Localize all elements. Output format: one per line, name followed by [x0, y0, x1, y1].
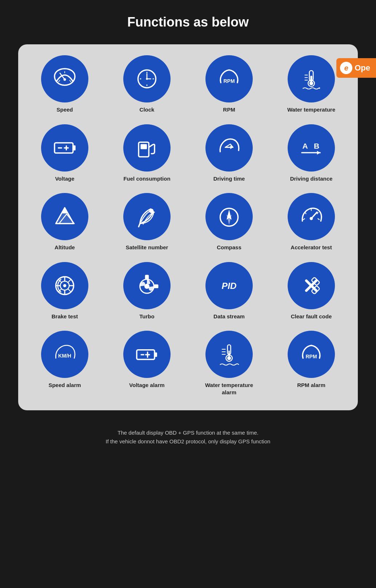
label-speed: Speed	[56, 106, 73, 113]
item-water-temp-alarm: Water temperature alarm	[198, 331, 260, 396]
svg-point-55	[144, 283, 149, 289]
footer-line2: If the vehicle donnot have OBD2 protocol…	[106, 438, 271, 444]
svg-rect-65	[155, 353, 157, 357]
label-altitude: Altitude	[55, 244, 75, 251]
label-turbo: Turbo	[139, 313, 154, 320]
svg-line-50	[318, 218, 320, 220]
item-driving-dist: A B Driving distance	[280, 124, 342, 182]
svg-marker-34	[317, 150, 320, 154]
rpm2-icon: RPM	[299, 342, 324, 367]
wrench-icon	[299, 273, 324, 298]
clock-icon	[134, 66, 160, 92]
label-rpm-alarm: RPM alarm	[297, 382, 325, 389]
svg-text:KM/H: KM/H	[58, 353, 71, 359]
circle-water-temp	[288, 55, 335, 102]
svg-text:B: B	[314, 141, 319, 150]
svg-rect-57	[145, 275, 149, 279]
label-satellite: Satellite number	[126, 244, 168, 251]
circle-driving-dist: A B	[288, 124, 335, 172]
item-voltage-alarm: Voltage alarm	[116, 331, 178, 396]
item-water-temp: Water temperature	[280, 55, 342, 113]
circle-altitude	[41, 193, 88, 240]
label-accel: Accelerator test	[291, 244, 332, 251]
svg-point-45	[310, 217, 313, 220]
circle-brake	[41, 262, 88, 309]
turbo-icon	[134, 273, 160, 298]
circle-voltage-alarm	[123, 331, 171, 378]
item-accel: Accelerator test	[280, 193, 342, 251]
item-turbo: Turbo	[116, 262, 178, 320]
label-driving-dist: Driving distance	[290, 175, 333, 182]
circle-water-temp-alarm	[205, 331, 253, 378]
circle-rpm: RPM	[205, 55, 253, 102]
footer-line1: The default display OBD + GPS function a…	[117, 430, 258, 436]
item-compass: Compass	[198, 193, 260, 251]
circle-fault	[288, 262, 335, 309]
circle-pid: PID	[205, 262, 253, 309]
speedometer-icon	[52, 66, 77, 92]
svg-rect-27	[141, 144, 147, 149]
driving-time-icon	[216, 135, 242, 161]
label-voltage: Voltage	[55, 175, 74, 182]
item-clock: Clock	[116, 55, 178, 113]
water-temp-icon	[299, 66, 324, 92]
item-rpm: RPM RPM	[198, 55, 260, 113]
item-rpm-alarm: RPM RPM alarm	[280, 331, 342, 396]
badge: e Ope	[336, 58, 376, 78]
circle-rpm-alarm: RPM	[288, 331, 335, 378]
circle-compass	[205, 193, 253, 240]
kmh-icon: KM/H	[52, 342, 77, 367]
svg-point-72	[227, 356, 231, 360]
label-driving-time: Driving time	[213, 175, 245, 182]
circle-voltage	[41, 124, 88, 172]
item-driving-time: Driving time	[198, 124, 260, 182]
svg-text:RPM: RPM	[305, 354, 317, 359]
footer: The default display OBD + GPS function a…	[0, 418, 376, 457]
svg-line-40	[139, 223, 140, 227]
item-speed: Speed	[34, 55, 96, 113]
circle-turbo	[123, 262, 171, 309]
svg-point-17	[309, 81, 313, 85]
item-voltage: Voltage	[34, 124, 96, 182]
rpm-icon: RPM	[216, 66, 242, 92]
item-satellite: Satellite number	[116, 193, 178, 251]
label-water-temp-alarm: Water temperature alarm	[198, 382, 260, 396]
altitude-icon	[52, 204, 77, 229]
svg-text:RPM: RPM	[223, 78, 235, 84]
page-title: Functions as below	[0, 0, 376, 37]
badge-text: Ope	[355, 63, 370, 73]
brake-icon	[52, 273, 77, 298]
label-compass: Compass	[217, 244, 241, 251]
label-rpm: RPM	[223, 106, 235, 113]
label-clock: Clock	[140, 106, 155, 113]
svg-line-4	[69, 80, 71, 82]
item-speed-alarm: KM/H Speed alarm	[34, 331, 96, 396]
circle-speed	[41, 55, 88, 102]
svg-point-12	[146, 78, 148, 80]
label-brake: Brake test	[52, 313, 78, 320]
svg-line-47	[305, 212, 307, 214]
svg-text:A: A	[303, 141, 308, 150]
circle-fuel	[123, 124, 171, 172]
driving-dist-icon: A B	[299, 135, 324, 161]
circle-accel	[288, 193, 335, 240]
svg-rect-22	[73, 145, 76, 150]
functions-grid: Speed Clock	[25, 55, 351, 396]
circle-speed-alarm: KM/H	[41, 331, 88, 378]
item-brake: Brake test	[34, 262, 96, 320]
water-temp2-icon	[216, 342, 242, 367]
satellite-icon	[134, 204, 160, 229]
compass-icon	[216, 204, 242, 229]
circle-satellite	[123, 193, 171, 240]
item-fault: Clear fault code	[280, 262, 342, 320]
accel-icon	[299, 204, 324, 229]
functions-card: Speed Clock	[18, 44, 358, 410]
fuel-icon	[134, 135, 160, 161]
svg-point-53	[63, 284, 67, 287]
item-pid: PID Data stream	[198, 262, 260, 320]
pid-icon: PID	[216, 273, 242, 298]
label-water-temp: Water temperature	[287, 106, 335, 113]
svg-text:PID: PID	[222, 281, 237, 290]
battery2-icon	[134, 342, 160, 367]
item-altitude: Altitude	[34, 193, 96, 251]
